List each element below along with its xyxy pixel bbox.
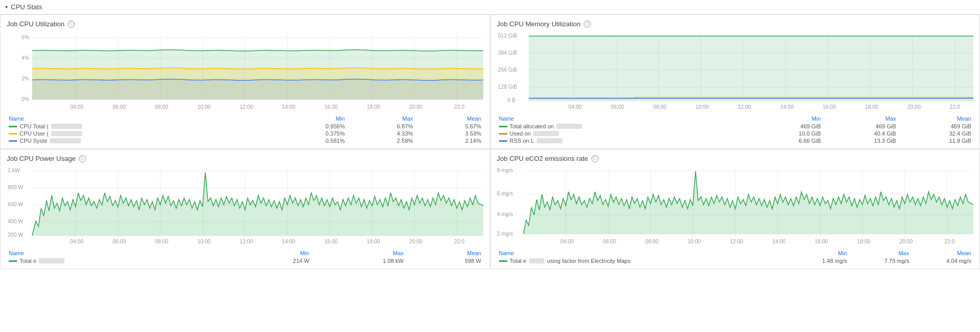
legend-row-total-allocated: Total allocated on 469 GiB 469 GiB 469 G…: [497, 123, 974, 130]
legend-col-name: Name: [497, 249, 788, 257]
chevron-icon: ▾: [5, 4, 8, 10]
cpu-util-chart: 6% 4% 2% 0%: [7, 30, 484, 112]
section-title: CPU Stats: [11, 3, 42, 11]
cpu-mem-svg: 512 GiB 384 GiB 256 GiB 128 GiB 0 B: [497, 30, 974, 112]
cpu-eco2-chart: 8 mg/s 6 mg/s 4 mg/s 2 mg/s: [497, 164, 974, 247]
cpu-eco2-panel: Job CPU eCO2 emissions rate ⓘ 8 mg/s 6 m…: [490, 149, 981, 269]
cpu-util-legend: Name Min Max Mean CPU Total ( 0.956%: [7, 114, 484, 144]
svg-text:22:0: 22:0: [950, 104, 960, 110]
legend-color-green: [9, 126, 17, 127]
panels-grid: Job CPU Utilization ⓘ 6% 4% 2% 0%: [0, 14, 980, 269]
panel-title-eco2: Job CPU eCO2 emissions rate ⓘ: [497, 155, 974, 162]
info-icon-cpu-util[interactable]: ⓘ: [68, 21, 75, 28]
redacted: [537, 138, 563, 143]
svg-text:12:00: 12:00: [737, 104, 751, 110]
svg-text:0%: 0%: [22, 96, 29, 102]
legend-color-orange: [499, 133, 507, 135]
svg-text:128 GiB: 128 GiB: [498, 84, 517, 90]
cpu-power-panel: Job CPU Power Usage ⓘ 1 kW 800 W 600 W 4…: [0, 149, 490, 269]
svg-text:04:00: 04:00: [560, 239, 574, 244]
svg-text:18:00: 18:00: [865, 104, 878, 110]
cpu-power-svg: 1 kW 800 W 600 W 400 W 200 W: [7, 164, 484, 247]
redacted: [51, 124, 82, 129]
redacted: [529, 258, 544, 263]
svg-text:18:00: 18:00: [857, 239, 870, 244]
legend-row-cpu-total: CPU Total ( 0.956% 6.87% 5.67%: [7, 123, 484, 130]
cpu-util-svg: 6% 4% 2% 0%: [7, 30, 484, 112]
legend-color-blue: [499, 140, 507, 142]
redacted: [533, 131, 559, 136]
redacted: [556, 124, 582, 129]
svg-text:256 GiB: 256 GiB: [498, 67, 517, 73]
svg-text:16:00: 16:00: [814, 239, 828, 244]
legend-col-mean: Mean: [415, 114, 483, 123]
info-icon-cpu-mem[interactable]: ⓘ: [584, 21, 591, 28]
svg-text:12:00: 12:00: [239, 104, 253, 110]
svg-text:14:00: 14:00: [780, 104, 793, 110]
redacted: [50, 138, 81, 143]
panel-title-cpu-power: Job CPU Power Usage ⓘ: [7, 155, 484, 162]
svg-text:14:00: 14:00: [282, 104, 296, 110]
svg-text:14:00: 14:00: [772, 239, 785, 244]
svg-text:06:00: 06:00: [113, 104, 126, 110]
cpu-mem-legend: Name Min Max Mean Total allocated on 469…: [497, 114, 974, 144]
svg-text:6 mg/s: 6 mg/s: [497, 191, 513, 196]
svg-text:04:00: 04:00: [70, 104, 84, 110]
info-icon-cpu-power[interactable]: ⓘ: [79, 155, 86, 162]
svg-text:20:00: 20:00: [409, 104, 423, 110]
legend-col-mean: Mean: [898, 114, 973, 123]
svg-text:2 mg/s: 2 mg/s: [497, 231, 513, 237]
legend-color-yellow: [9, 133, 17, 135]
legend-color-green: [9, 260, 17, 262]
svg-text:600 W: 600 W: [8, 202, 23, 207]
svg-text:6%: 6%: [22, 35, 29, 40]
legend-col-max: Max: [311, 249, 406, 257]
legend-row-cpu-sys: CPU Syste 0.581% 2.58% 2.14%: [7, 137, 484, 144]
legend-color-blue: [9, 140, 17, 142]
eco2-legend: Name Min Max Mean Total e using factor f…: [497, 249, 974, 264]
svg-text:04:00: 04:00: [568, 104, 582, 110]
svg-text:10:00: 10:00: [197, 104, 211, 110]
svg-text:4 mg/s: 4 mg/s: [497, 211, 513, 217]
svg-text:200 W: 200 W: [8, 232, 23, 238]
svg-text:16:00: 16:00: [325, 104, 338, 110]
svg-text:08:00: 08:00: [645, 239, 658, 244]
legend-col-min: Min: [748, 114, 823, 123]
svg-text:20:00: 20:00: [899, 239, 912, 244]
svg-text:10:00: 10:00: [687, 239, 701, 244]
redacted: [39, 258, 65, 263]
legend-row-total-power: Total o 214 W 1.08 kW 598 W: [7, 257, 484, 264]
legend-col-max: Max: [347, 114, 415, 123]
cpu-power-chart: 1 kW 800 W 600 W 400 W 200 W: [7, 164, 484, 247]
svg-text:12:00: 12:00: [730, 239, 743, 244]
svg-text:400 W: 400 W: [8, 219, 23, 224]
svg-text:16:00: 16:00: [823, 104, 836, 110]
legend-col-name: Name: [7, 114, 268, 123]
svg-text:16:00: 16:00: [325, 239, 338, 244]
svg-text:384 GiB: 384 GiB: [498, 50, 517, 56]
svg-text:18:00: 18:00: [367, 239, 380, 244]
eco2-svg: 8 mg/s 6 mg/s 4 mg/s 2 mg/s: [497, 164, 974, 247]
svg-text:08:00: 08:00: [155, 104, 168, 110]
legend-col-mean: Mean: [911, 249, 973, 257]
svg-text:18:00: 18:00: [367, 104, 380, 110]
panel-title-cpu-util: Job CPU Utilization ⓘ: [7, 20, 484, 28]
svg-text:22:0: 22:0: [454, 104, 464, 110]
legend-col-min: Min: [268, 114, 347, 123]
cpu-power-legend: Name Min Max Mean Total o 214 W: [7, 249, 484, 264]
panel-title-cpu-mem: Job CPU Memory Utilization ⓘ: [497, 20, 974, 28]
svg-text:2%: 2%: [22, 76, 29, 81]
svg-text:20:00: 20:00: [907, 104, 921, 110]
svg-text:10:00: 10:00: [695, 104, 709, 110]
cpu-stats-header[interactable]: ▾ CPU Stats: [0, 0, 980, 14]
legend-row-eco2-total: Total e using factor from Electricity Ma…: [497, 257, 974, 264]
svg-text:22:0: 22:0: [944, 239, 955, 244]
svg-text:08:00: 08:00: [653, 104, 666, 110]
legend-color-green: [499, 126, 507, 127]
svg-text:12:00: 12:00: [239, 239, 253, 244]
svg-text:4%: 4%: [22, 55, 29, 61]
info-icon-eco2[interactable]: ⓘ: [591, 155, 599, 162]
svg-text:06:00: 06:00: [611, 104, 624, 110]
cpu-memory-chart: 512 GiB 384 GiB 256 GiB 128 GiB 0 B: [497, 30, 974, 112]
legend-col-min: Min: [234, 249, 311, 257]
